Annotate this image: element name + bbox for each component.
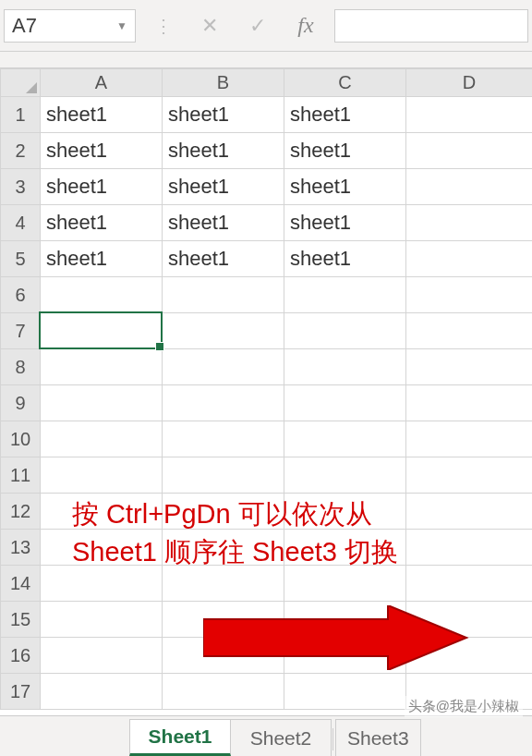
cell-B4[interactable]: sheet1 <box>163 205 284 241</box>
row-header-8[interactable]: 8 <box>1 349 41 385</box>
cell-C3[interactable]: sheet1 <box>284 169 406 205</box>
row-header-11[interactable]: 11 <box>1 457 41 494</box>
cell-B3[interactable]: sheet1 <box>163 169 284 205</box>
cell-A8[interactable] <box>41 349 163 385</box>
cell-A1[interactable]: sheet1 <box>41 97 163 133</box>
cell-A5[interactable]: sheet1 <box>41 241 163 277</box>
cell-A6[interactable] <box>41 277 163 313</box>
name-box-dropdown-icon[interactable]: ▼ <box>116 19 127 32</box>
cell-B12[interactable] <box>163 494 284 530</box>
cell-D9[interactable] <box>406 385 533 421</box>
cell-B6[interactable] <box>163 277 284 313</box>
column-header-C[interactable]: C <box>284 69 406 97</box>
cell-B15[interactable] <box>163 602 284 638</box>
cell-D13[interactable] <box>406 530 533 566</box>
cell-D17[interactable] <box>406 674 533 710</box>
cell-C17[interactable] <box>284 674 406 710</box>
cell-D8[interactable] <box>406 349 533 385</box>
cell-A14[interactable] <box>41 566 163 602</box>
cell-B10[interactable] <box>163 421 284 457</box>
cell-D11[interactable] <box>406 457 533 494</box>
cell-A12[interactable] <box>41 494 163 530</box>
cell-B14[interactable] <box>163 566 284 602</box>
row-header-17[interactable]: 17 <box>1 674 41 710</box>
select-all-corner[interactable] <box>1 69 41 97</box>
cell-C15[interactable] <box>284 602 406 638</box>
cancel-button[interactable]: ✕ <box>188 9 231 43</box>
cell-C16[interactable] <box>284 638 406 674</box>
row-header-14[interactable]: 14 <box>1 566 41 602</box>
cell-B2[interactable]: sheet1 <box>163 133 284 169</box>
insert-function-button[interactable]: fx <box>284 9 327 43</box>
sheet-tab-1[interactable]: Sheet1 <box>129 719 231 756</box>
cell-A15[interactable] <box>41 602 163 638</box>
row-header-15[interactable]: 15 <box>1 602 41 638</box>
cell-C8[interactable] <box>284 349 406 385</box>
cell-C7[interactable] <box>284 313 406 349</box>
cell-C10[interactable] <box>284 421 406 457</box>
row-header-6[interactable]: 6 <box>1 277 41 313</box>
cell-D2[interactable] <box>406 133 533 169</box>
cell-C4[interactable]: sheet1 <box>284 205 406 241</box>
cell-C9[interactable] <box>284 385 406 421</box>
spreadsheet-grid[interactable]: A B C D 1sheet1sheet1sheet12sheet1sheet1… <box>0 68 532 710</box>
cell-B5[interactable]: sheet1 <box>163 241 284 277</box>
cell-A7[interactable] <box>41 313 163 349</box>
cell-C11[interactable] <box>284 457 406 494</box>
cell-A10[interactable] <box>41 421 163 457</box>
sheet-tab-2[interactable]: Sheet2 <box>230 719 332 756</box>
sheet-tab-3[interactable]: Sheet3 <box>335 719 421 756</box>
enter-button[interactable]: ✓ <box>236 9 279 43</box>
cell-B8[interactable] <box>163 349 284 385</box>
cell-D7[interactable] <box>406 313 533 349</box>
column-header-D[interactable]: D <box>406 69 533 97</box>
cell-B7[interactable] <box>163 313 284 349</box>
cell-B13[interactable] <box>163 530 284 566</box>
cell-C2[interactable]: sheet1 <box>284 133 406 169</box>
cell-B16[interactable] <box>163 638 284 674</box>
row-header-12[interactable]: 12 <box>1 494 41 530</box>
cell-A9[interactable] <box>41 385 163 421</box>
cell-C6[interactable] <box>284 277 406 313</box>
row-header-10[interactable]: 10 <box>1 421 41 457</box>
row-header-13[interactable]: 13 <box>1 530 41 566</box>
cell-D1[interactable] <box>406 97 533 133</box>
cell-D14[interactable] <box>406 566 533 602</box>
cell-C13[interactable] <box>284 530 406 566</box>
cell-A11[interactable] <box>41 457 163 494</box>
column-header-B[interactable]: B <box>163 69 284 97</box>
cell-A4[interactable]: sheet1 <box>41 205 163 241</box>
cell-D15[interactable] <box>406 602 533 638</box>
row-header-1[interactable]: 1 <box>1 97 41 133</box>
cell-D5[interactable] <box>406 241 533 277</box>
row-header-2[interactable]: 2 <box>1 133 41 169</box>
column-header-A[interactable]: A <box>41 69 163 97</box>
cell-D12[interactable] <box>406 494 533 530</box>
row-header-4[interactable]: 4 <box>1 205 41 241</box>
formula-input[interactable] <box>334 9 528 43</box>
cell-D10[interactable] <box>406 421 533 457</box>
row-header-3[interactable]: 3 <box>1 169 41 205</box>
cell-A3[interactable]: sheet1 <box>41 169 163 205</box>
cell-A16[interactable] <box>41 638 163 674</box>
cell-B1[interactable]: sheet1 <box>163 97 284 133</box>
cell-D16[interactable] <box>406 638 533 674</box>
cell-B11[interactable] <box>163 457 284 494</box>
row-header-16[interactable]: 16 <box>1 638 41 674</box>
name-box[interactable]: A7 ▼ <box>4 9 136 43</box>
row-header-9[interactable]: 9 <box>1 385 41 421</box>
cell-B9[interactable] <box>163 385 284 421</box>
cell-D6[interactable] <box>406 277 533 313</box>
cell-B17[interactable] <box>163 674 284 710</box>
row-header-5[interactable]: 5 <box>1 241 41 277</box>
cell-C12[interactable] <box>284 494 406 530</box>
cell-A13[interactable] <box>41 530 163 566</box>
row-header-7[interactable]: 7 <box>1 313 41 349</box>
cell-A2[interactable]: sheet1 <box>41 133 163 169</box>
cell-C14[interactable] <box>284 566 406 602</box>
cell-C5[interactable]: sheet1 <box>284 241 406 277</box>
cell-D3[interactable] <box>406 169 533 205</box>
cell-C1[interactable]: sheet1 <box>284 97 406 133</box>
cell-D4[interactable] <box>406 205 533 241</box>
cell-A17[interactable] <box>41 674 163 710</box>
